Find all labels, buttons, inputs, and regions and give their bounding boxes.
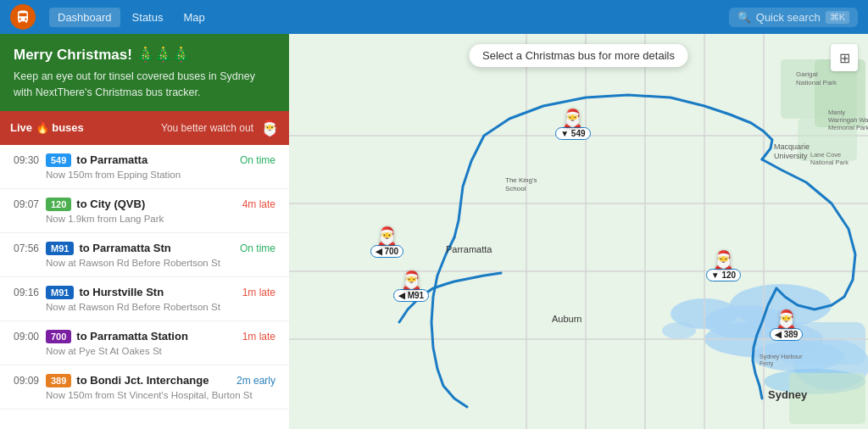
bus-time: 09:16 (14, 287, 46, 298)
svg-text:Auburn: Auburn (552, 314, 581, 324)
bus-number: 700 (46, 330, 71, 343)
svg-text:University: University (774, 152, 808, 160)
map-marker-120[interactable]: 🎅 ▼ 120 (706, 251, 741, 281)
svg-point-8 (662, 322, 696, 339)
nav-links: Dashboard Status Map (49, 8, 729, 27)
bus-location: Now at Pye St At Oakes St (14, 346, 275, 356)
bus-number: M91 (46, 286, 74, 299)
bus-list: 09:30 549 to Parramatta On time Now 150m… (0, 145, 289, 430)
svg-text:Lane Cove: Lane Cove (810, 151, 841, 159)
bus-time: 09:00 (14, 331, 46, 343)
nav-dashboard[interactable]: Dashboard (49, 8, 120, 27)
svg-text:Parramatta: Parramatta (446, 244, 492, 254)
bus-number: 389 (46, 374, 71, 387)
map-container: Macquarie University Parramatta Auburn S… (289, 34, 868, 429)
map-tooltip: Select a Christmas bus for more details (469, 44, 688, 67)
svg-text:Sydney: Sydney (768, 388, 808, 401)
svg-text:Ferry: Ferry (760, 360, 774, 367)
bus-icon (15, 9, 31, 25)
map-marker-700[interactable]: 🎅 ◀ 700 (370, 227, 403, 258)
christmas-description: Keep an eye out for tinsel covered buses… (14, 69, 275, 101)
bus-destination: to Parramatta Station (76, 330, 242, 343)
svg-text:National Park: National Park (810, 159, 849, 166)
sidebar: Merry Christmas! 🎄🎄🎄 Keep an eye out for… (0, 34, 289, 429)
bus-list-item[interactable]: 09:00 700 to Parramatta Station 1m late … (0, 321, 289, 365)
svg-text:National Park: National Park (796, 79, 837, 86)
live-buses-bar: Live 🔥 buses You better watch out 🎅 (0, 111, 289, 145)
svg-text:Macquarie: Macquarie (774, 142, 810, 151)
christmas-header: Merry Christmas! 🎄🎄🎄 Keep an eye out for… (0, 34, 289, 111)
bus-list-item[interactable]: 09:07 120 to City (QVB) 4m late Now 1.9k… (0, 189, 289, 233)
map-marker-389[interactable]: 🎅 ◀ 389 (770, 310, 803, 341)
bus-location: Now 150m from Epping Station (14, 170, 275, 180)
live-title: Live 🔥 buses (10, 121, 161, 134)
bus-list-item[interactable]: 07:56 M91 to Parramatta Stn On time Now … (0, 233, 289, 277)
svg-text:Memorial Park: Memorial Park (828, 124, 868, 131)
main-content: Merry Christmas! 🎄🎄🎄 Keep an eye out for… (0, 34, 868, 429)
search-icon: 🔍 (737, 11, 751, 24)
bus-location: Now 1.9km from Lang Park (14, 214, 275, 224)
svg-text:Garigal: Garigal (796, 70, 818, 78)
svg-text:Manly: Manly (828, 109, 845, 116)
bus-number: 120 (46, 198, 71, 211)
nav-map[interactable]: Map (175, 8, 213, 27)
watch-out-text: You better watch out (161, 122, 253, 134)
app-logo[interactable] (10, 4, 36, 30)
bus-status: 2m early (236, 375, 275, 387)
bus-location: Now at Rawson Rd Before Robertson St (14, 302, 275, 312)
bus-list-item[interactable]: 09:09 389 to Bondi Jct. Interchange 2m e… (0, 365, 289, 410)
bus-destination: to City (QVB) (76, 198, 242, 210)
map-marker-m91[interactable]: 🎅 ◀ M91 (393, 271, 429, 302)
bus-destination: to Parramatta (76, 153, 240, 166)
bus-status: 4m late (242, 198, 275, 210)
search-shortcut: ⌘K (826, 11, 849, 24)
bus-destination: to Parramatta Stn (79, 242, 240, 254)
christmas-title: Merry Christmas! 🎄🎄🎄 (14, 46, 275, 64)
bus-status: On time (240, 154, 275, 166)
bus-time: 09:09 (14, 375, 46, 387)
map-layers-button[interactable]: ⊞ (831, 44, 858, 71)
bus-time: 09:07 (14, 198, 46, 210)
top-navigation: Dashboard Status Map 🔍 Quick search ⌘K (0, 0, 868, 34)
bus-status: 1m late (242, 287, 275, 298)
bus-time: 09:30 (14, 154, 46, 166)
nav-status[interactable]: Status (124, 8, 172, 27)
bus-time: 07:56 (14, 242, 46, 254)
bus-destination: to Bondi Jct. Interchange (76, 374, 236, 387)
bus-status: 1m late (242, 331, 275, 343)
svg-text:Sydney Harbour: Sydney Harbour (760, 354, 803, 360)
search-placeholder-text: Quick search (756, 11, 821, 24)
svg-text:The King's: The King's (505, 176, 537, 184)
bus-location: Now 150m from St Vincent's Hospital, Bur… (14, 390, 275, 400)
santa-icon: 🎅 (260, 119, 279, 137)
bus-list-item[interactable]: 09:16 M91 to Hurstville Stn 1m late Now … (0, 277, 289, 321)
svg-text:Warringah War: Warringah War (828, 116, 868, 124)
bus-destination: to Hurstville Stn (79, 286, 242, 298)
bus-status: On time (240, 242, 275, 254)
bus-list-item[interactable]: 09:30 549 to Parramatta On time Now 150m… (0, 145, 289, 189)
bus-number: M91 (46, 242, 74, 255)
bus-number: 549 (46, 153, 71, 167)
search-bar[interactable]: 🔍 Quick search ⌘K (729, 8, 858, 27)
bus-location: Now at Rawson Rd Before Robertson St (14, 258, 275, 268)
map-marker-549[interactable]: 🎅 ▼ 549 (555, 109, 590, 140)
svg-text:School: School (505, 185, 526, 192)
